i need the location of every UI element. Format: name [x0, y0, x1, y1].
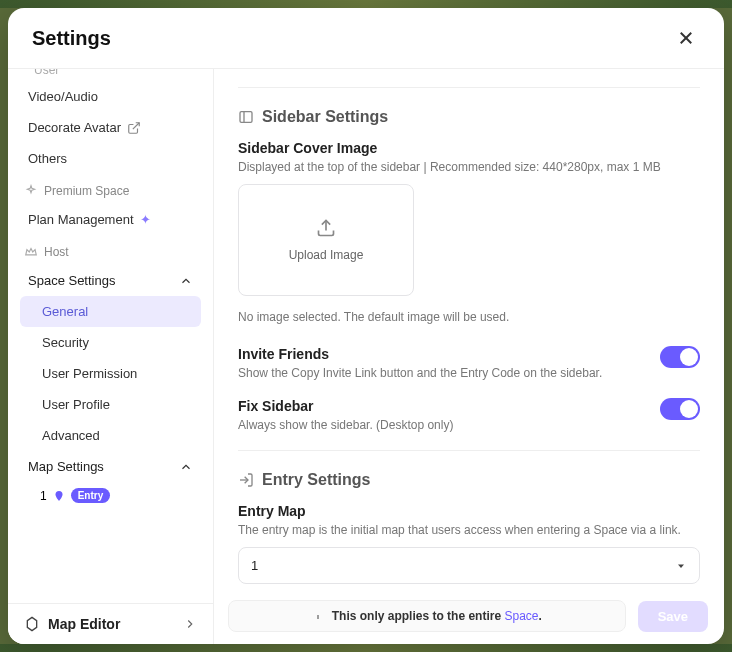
svg-marker-3: [27, 617, 36, 630]
sidebar-item-label: Advanced: [42, 428, 100, 443]
sidebar-item-label: Others: [28, 151, 67, 166]
chevron-right-icon: [183, 617, 197, 631]
crown-icon: [24, 245, 38, 259]
section-entry-settings: Entry Settings: [238, 471, 700, 489]
entry-badge: Entry: [71, 488, 111, 503]
no-image-note: No image selected. The default image wil…: [238, 310, 700, 324]
fix-sidebar-desc: Always show the sidebar. (Desktop only): [238, 418, 644, 432]
sidebar-item-label: Video/Audio: [28, 89, 98, 104]
close-icon: [677, 29, 695, 47]
sidebar-item-user-permission[interactable]: User Permission: [20, 358, 201, 389]
sparkles-icon: ✦: [140, 212, 151, 227]
sidebar-item-space-settings[interactable]: Space Settings: [20, 265, 201, 296]
sidebar-item-label: Map Settings: [28, 459, 104, 474]
upload-icon: [316, 218, 336, 238]
map-editor-icon: [24, 616, 40, 632]
fix-sidebar-title: Fix Sidebar: [238, 398, 644, 414]
sidebar-item-user-profile[interactable]: User Profile: [20, 389, 201, 420]
sparkles-icon: [24, 184, 38, 198]
map-number: 1: [40, 489, 47, 503]
upload-label: Upload Image: [289, 248, 364, 262]
settings-content[interactable]: Sidebar Settings Sidebar Cover Image Dis…: [214, 69, 724, 644]
sidebar-item-label: User Permission: [42, 366, 137, 381]
upload-image-box[interactable]: Upload Image: [238, 184, 414, 296]
fix-sidebar-toggle[interactable]: [660, 398, 700, 420]
settings-sidebar: User Video/Audio Decorate Avatar Others …: [8, 69, 214, 644]
cover-image-desc: Displayed at the top of the sidebar | Re…: [238, 160, 700, 174]
sidebar-item-label: User Profile: [42, 397, 110, 412]
sidebar-item-user[interactable]: User: [20, 69, 201, 81]
svg-rect-4: [240, 112, 252, 123]
divider: [238, 450, 700, 451]
sidebar-section-premium: Premium Space: [20, 174, 201, 204]
close-button[interactable]: [672, 24, 700, 52]
entry-map-value: 1: [251, 558, 258, 573]
sidebar-icon: [238, 109, 254, 125]
info-notice: This only applies to the entire Space.: [228, 600, 626, 632]
chevron-up-icon: [179, 274, 193, 288]
entry-map-desc: The entry map is the initial map that us…: [238, 523, 700, 537]
invite-friends-title: Invite Friends: [238, 346, 644, 362]
entry-map-title: Entry Map: [238, 503, 700, 519]
sidebar-item-video-audio[interactable]: Video/Audio: [20, 81, 201, 112]
sidebar-item-label: Decorate Avatar: [28, 120, 121, 135]
info-icon: [312, 610, 324, 622]
space-link[interactable]: Space: [504, 609, 538, 623]
sidebar-item-label: Plan Management: [28, 212, 134, 227]
sidebar-item-label: Space Settings: [28, 273, 115, 288]
sidebar-item-label: Security: [42, 335, 89, 350]
cover-image-title: Sidebar Cover Image: [238, 140, 700, 156]
sidebar-footer-map-editor[interactable]: Map Editor: [8, 603, 213, 644]
sidebar-map-row[interactable]: 1 Entry: [20, 482, 201, 509]
sidebar-item-label: General: [42, 304, 88, 319]
settings-modal: Settings User Video/Audio Decorate Avata…: [8, 8, 724, 644]
section-sidebar-settings: Sidebar Settings: [238, 108, 700, 126]
invite-friends-desc: Show the Copy Invite Link button and the…: [238, 366, 644, 380]
external-link-icon: [127, 121, 141, 135]
sidebar-item-map-settings[interactable]: Map Settings: [20, 451, 201, 482]
entry-icon: [238, 472, 254, 488]
invite-friends-toggle[interactable]: [660, 346, 700, 368]
sidebar-item-general[interactable]: General: [20, 296, 201, 327]
chevron-up-icon: [179, 460, 193, 474]
svg-marker-8: [678, 564, 684, 568]
sidebar-item-others[interactable]: Others: [20, 143, 201, 174]
modal-header: Settings: [8, 8, 724, 69]
sidebar-item-plan-management[interactable]: Plan Management ✦: [20, 204, 201, 235]
svg-line-2: [133, 122, 139, 128]
divider: [238, 87, 700, 88]
modal-title: Settings: [32, 27, 111, 50]
save-button[interactable]: Save: [638, 601, 708, 632]
sidebar-item-decorate-avatar[interactable]: Decorate Avatar: [20, 112, 201, 143]
sidebar-item-security[interactable]: Security: [20, 327, 201, 358]
bottom-bar: This only applies to the entire Space. S…: [228, 600, 708, 632]
pin-icon: [53, 490, 65, 502]
sidebar-section-host: Host: [20, 235, 201, 265]
entry-map-select[interactable]: 1: [238, 547, 700, 584]
sidebar-item-advanced[interactable]: Advanced: [20, 420, 201, 451]
map-editor-label: Map Editor: [48, 616, 120, 632]
caret-down-icon: [675, 560, 687, 572]
